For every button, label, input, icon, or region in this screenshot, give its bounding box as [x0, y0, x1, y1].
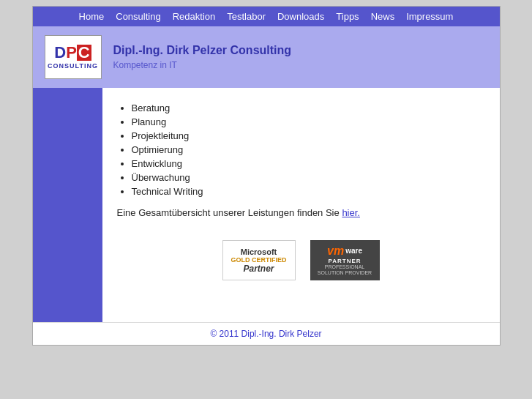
vmware-logo: vm ware PARTNER PROFESSIONAL SOLUTION PR…: [310, 240, 380, 280]
microsoft-text: Microsoft: [241, 247, 277, 256]
site-title: Dipl.-Ing. Dirk Pelzer Consulting: [113, 44, 292, 57]
cta-text: Eine Gesamtübersicht unserer Leistungen …: [117, 207, 340, 218]
nav-item-consulting[interactable]: Consulting: [116, 11, 160, 22]
vmware-top: vm ware: [327, 245, 362, 258]
microsoft-logo: Microsoft GOLD CERTIFIED Partner: [222, 240, 296, 280]
footer-text: © 2011 Dipl.-Ing. Dirk Pelzer: [210, 329, 321, 339]
footer: © 2011 Dipl.-Ing. Dirk Pelzer: [33, 322, 500, 345]
cta-paragraph: Eine Gesamtübersicht unserer Leistungen …: [117, 207, 485, 218]
header-text: Dipl.-Ing. Dirk Pelzer Consulting Kompet…: [113, 44, 292, 70]
list-item: Optimierung: [132, 144, 485, 155]
vmware-ware: ware: [345, 247, 362, 255]
content-area: BeratungPlanungProjektleitungOptimierung…: [102, 88, 500, 322]
hier-link[interactable]: hier.: [342, 207, 360, 218]
logo-d: D: [54, 45, 66, 61]
logo-letters: D P C: [54, 45, 91, 61]
list-item: Entwicklung: [132, 158, 485, 169]
nav-item-tipps[interactable]: Tipps: [336, 11, 359, 22]
microsoft-gold: GOLD CERTIFIED: [231, 256, 287, 264]
page-wrapper: HomeConsultingRedaktionTestlaborDownload…: [32, 6, 501, 346]
list-item: Projektleitung: [132, 130, 485, 141]
logo-sub: CONSULTING: [48, 62, 98, 70]
partners-section: Microsoft GOLD CERTIFIED Partner vm ware…: [117, 218, 485, 295]
vmware-partner-text: PARTNER: [328, 258, 361, 264]
list-item: Überwachung: [132, 172, 485, 183]
header: D P C CONSULTING Dipl.-Ing. Dirk Pelzer …: [33, 26, 500, 88]
nav-bar: HomeConsultingRedaktionTestlaborDownload…: [33, 7, 500, 26]
nav-item-redaktion[interactable]: Redaktion: [173, 11, 216, 22]
vmware-sub: PROFESSIONAL SOLUTION PROVIDER: [318, 264, 372, 277]
microsoft-partner: Partner: [243, 264, 274, 274]
nav-item-impressum[interactable]: Impressum: [406, 11, 453, 22]
list-item: Beratung: [132, 102, 485, 113]
logo-p: P: [66, 45, 77, 61]
list-item: Technical Writing: [132, 186, 485, 197]
vmware-vm: vm: [327, 245, 344, 258]
nav-item-home[interactable]: Home: [79, 11, 105, 22]
list-item: Planung: [132, 116, 485, 127]
nav-item-testlabor[interactable]: Testlabor: [227, 11, 266, 22]
main-area: BeratungPlanungProjektleitungOptimierung…: [33, 88, 500, 322]
nav-item-downloads[interactable]: Downloads: [277, 11, 324, 22]
nav-item-news[interactable]: News: [371, 11, 395, 22]
sidebar: [33, 88, 102, 322]
services-list: BeratungPlanungProjektleitungOptimierung…: [132, 102, 485, 197]
logo-box: D P C CONSULTING: [45, 35, 102, 79]
logo-c: C: [77, 45, 91, 61]
site-subtitle: Kompetenz in IT: [113, 60, 292, 70]
